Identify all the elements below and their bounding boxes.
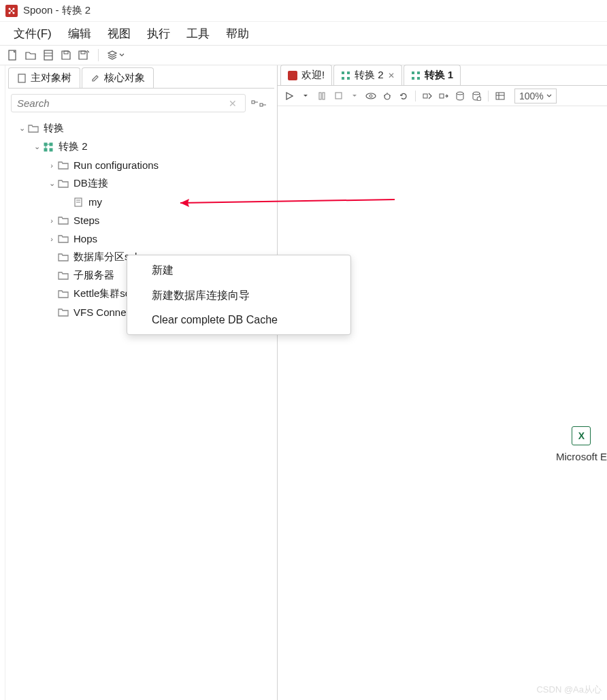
close-tab-icon[interactable]: ✕ bbox=[388, 71, 395, 80]
expand-toggle[interactable]: › bbox=[46, 161, 57, 170]
save-icon[interactable] bbox=[60, 49, 72, 61]
tree-label: Hops bbox=[73, 233, 97, 244]
left-panel: 主对象树 核心对象 ✕ ⌄ 转换 ⌄ bbox=[5, 65, 278, 700]
svg-point-39 bbox=[384, 94, 390, 99]
tab-trans-1[interactable]: 转换 1 bbox=[404, 65, 461, 85]
stop-icon[interactable] bbox=[332, 90, 344, 102]
tab-welcome[interactable]: 欢迎! bbox=[280, 65, 332, 85]
folder-icon bbox=[57, 251, 69, 264]
pause-icon[interactable] bbox=[316, 90, 328, 102]
tab-main-tree[interactable]: 主对象树 bbox=[8, 67, 80, 88]
ctx-new[interactable]: 新建 bbox=[127, 258, 350, 283]
watermark: CSDN @Aa从心 bbox=[536, 684, 602, 696]
right-tab-row: 欢迎! 转换 2 ✕ 转换 1 bbox=[278, 65, 607, 86]
expand-toggle[interactable]: › bbox=[46, 217, 57, 225]
clear-search-icon[interactable]: ✕ bbox=[226, 98, 240, 109]
folder-icon bbox=[57, 178, 69, 190]
tree-label: 转换 2 bbox=[59, 140, 88, 153]
app-icon bbox=[5, 5, 18, 17]
tree-steps[interactable]: › Steps bbox=[8, 211, 274, 229]
folder-icon bbox=[57, 159, 69, 172]
svg-rect-36 bbox=[335, 93, 342, 99]
transformation-icon bbox=[341, 71, 350, 80]
tree-db-connections[interactable]: ⌄ DB连接 bbox=[8, 174, 274, 193]
menu-file[interactable]: 文件(F) bbox=[7, 23, 59, 44]
folder-icon bbox=[57, 306, 69, 319]
ctx-clear-db-cache[interactable]: Clear complete DB Cache bbox=[127, 308, 350, 332]
tree-label: DB连接 bbox=[73, 177, 108, 190]
tree-trans-2[interactable]: ⌄ 转换 2 bbox=[8, 138, 274, 156]
excel-step[interactable]: X Microsoft E bbox=[556, 426, 607, 462]
tab-label: 欢迎! bbox=[301, 69, 325, 82]
left-tab-row: 主对象树 核心对象 bbox=[8, 68, 274, 89]
ctx-new-db-wizard[interactable]: 新建数据库连接向导 bbox=[127, 283, 350, 308]
menu-view[interactable]: 视图 bbox=[101, 23, 137, 44]
run-icon[interactable] bbox=[283, 90, 295, 102]
svg-rect-15 bbox=[260, 104, 263, 106]
search-box[interactable]: ✕ bbox=[11, 94, 246, 112]
tab-label: 转换 2 bbox=[355, 69, 384, 82]
svg-rect-35 bbox=[323, 93, 325, 99]
tree-root-transformations[interactable]: ⌄ 转换 bbox=[8, 119, 274, 138]
folder-icon bbox=[57, 270, 69, 282]
titlebar: Spoon - 转换 2 bbox=[0, 0, 607, 22]
stop-options-icon[interactable] bbox=[348, 90, 361, 102]
svg-rect-20 bbox=[50, 148, 52, 151]
toolbar-separator bbox=[415, 91, 416, 101]
chevron-down-icon bbox=[119, 53, 125, 57]
svg-rect-30 bbox=[412, 71, 414, 74]
tree-label: 子服务器 bbox=[73, 269, 114, 282]
svg-rect-17 bbox=[44, 143, 47, 146]
debug-icon[interactable] bbox=[381, 90, 393, 102]
preview-icon[interactable] bbox=[365, 90, 377, 102]
replay-icon[interactable] bbox=[397, 90, 410, 102]
svg-rect-44 bbox=[440, 94, 444, 98]
svg-point-38 bbox=[370, 95, 372, 97]
svg-rect-32 bbox=[412, 77, 414, 80]
tree-label: Run configurations bbox=[73, 159, 159, 171]
svg-rect-43 bbox=[423, 94, 427, 98]
toolbar-separator bbox=[98, 49, 99, 61]
explore-icon[interactable] bbox=[42, 49, 54, 61]
open-file-icon[interactable] bbox=[24, 49, 37, 61]
svg-point-46 bbox=[473, 92, 480, 95]
new-file-icon[interactable] bbox=[7, 49, 19, 61]
explore-db-icon[interactable] bbox=[470, 90, 482, 102]
tree-hops[interactable]: › Hops bbox=[8, 229, 274, 248]
right-panel: 欢迎! 转换 2 ✕ 转换 1 bbox=[278, 65, 607, 700]
tree-expand-controls[interactable] bbox=[251, 99, 272, 108]
search-input[interactable] bbox=[17, 97, 226, 109]
menu-edit[interactable]: 编辑 bbox=[61, 23, 98, 44]
svg-point-47 bbox=[477, 97, 481, 101]
menu-run[interactable]: 执行 bbox=[140, 23, 177, 44]
tree-db-my[interactable]: my bbox=[8, 193, 274, 211]
zoom-selector[interactable]: 100% bbox=[514, 89, 557, 104]
db-item-icon bbox=[72, 196, 84, 208]
perspective-dropdown[interactable] bbox=[107, 50, 125, 60]
folder-icon bbox=[57, 233, 69, 245]
expand-toggle[interactable]: › bbox=[46, 235, 57, 243]
expand-toggle[interactable]: ⌄ bbox=[16, 124, 27, 133]
tree-label: 转换 bbox=[44, 122, 64, 135]
save-as-icon[interactable] bbox=[78, 49, 90, 61]
svg-rect-19 bbox=[44, 148, 47, 151]
svg-rect-28 bbox=[342, 77, 344, 80]
run-options-icon[interactable] bbox=[299, 90, 312, 102]
impact-icon[interactable] bbox=[438, 90, 450, 102]
expand-toggle[interactable]: ⌄ bbox=[46, 179, 57, 188]
expand-toggle[interactable]: ⌄ bbox=[31, 142, 42, 151]
canvas[interactable]: X Microsoft E bbox=[278, 106, 607, 700]
menu-tools[interactable]: 工具 bbox=[180, 23, 216, 44]
tree-run-configs[interactable]: › Run configurations bbox=[8, 156, 274, 174]
welcome-icon bbox=[288, 71, 297, 80]
menu-help[interactable]: 帮助 bbox=[219, 23, 256, 44]
svg-rect-27 bbox=[347, 71, 350, 74]
tab-trans-2[interactable]: 转换 2 ✕ bbox=[333, 65, 402, 85]
svg-rect-13 bbox=[252, 101, 255, 104]
svg-rect-18 bbox=[50, 143, 52, 146]
verify-icon[interactable] bbox=[421, 90, 433, 102]
tree-label: Steps bbox=[73, 214, 99, 226]
show-results-icon[interactable] bbox=[494, 90, 506, 102]
sql-icon[interactable] bbox=[454, 90, 466, 102]
tab-core-objects[interactable]: 核心对象 bbox=[82, 67, 154, 88]
